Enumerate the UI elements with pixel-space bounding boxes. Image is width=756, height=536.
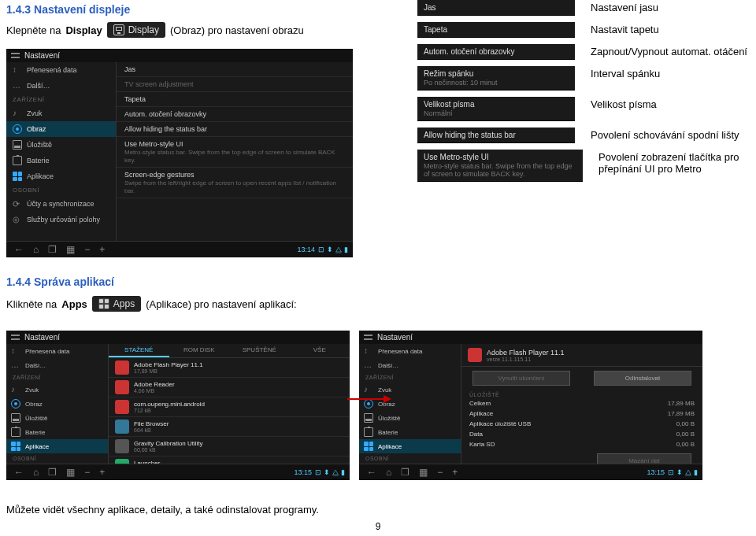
status-icons: ⊡⬍⧋▮	[318, 246, 348, 254]
sidebar-item-display[interactable]: Obraz	[6, 121, 116, 137]
setting-row[interactable]: TV screen adjustment	[117, 77, 353, 92]
vol-down-button[interactable]: −	[81, 243, 93, 256]
screenshot-button[interactable]: ▦	[63, 466, 78, 479]
sidebar-item-storage[interactable]: Úložiště	[359, 411, 461, 425]
sidebar-item-battery[interactable]: Baterie	[359, 425, 461, 439]
back-button[interactable]: ←	[11, 466, 27, 479]
vol-up-button[interactable]: +	[96, 243, 108, 256]
callout-label: Velikost písma	[591, 97, 657, 110]
recents-button[interactable]: ❐	[45, 243, 60, 256]
sidebar-item-storage[interactable]: Úložiště	[6, 411, 108, 425]
sidebar-item-sound[interactable]: Zvuk	[6, 383, 108, 397]
setting-row[interactable]: Jas	[117, 62, 353, 77]
apps-list-pane: STAŽENÉ ROM DISK SPUŠTĚNÉ VŠE Adobe Flas…	[109, 344, 350, 464]
sidebar-item-battery[interactable]: Baterie	[6, 153, 116, 168]
apps-instruction: Klikněte na Apps Apps (Aplikace) pro nas…	[6, 296, 297, 312]
callout-label: Nastavení jasu	[591, 0, 658, 13]
settings-sidebar: Přenesená data Další… ZAŘÍZENÍ Zvuk Obra…	[6, 62, 117, 241]
sidebar-item[interactable]: Další…	[6, 78, 116, 94]
setting-row[interactable]: Allow hiding the status bar	[117, 122, 353, 137]
display-icon	[11, 399, 20, 408]
sidebar-item-storage[interactable]: Úložiště	[6, 137, 116, 153]
app-icon	[468, 348, 482, 362]
display-settings-list: Jas TV screen adjustment Tapeta Autom. o…	[117, 62, 353, 241]
sidebar-item-apps[interactable]: Aplikace	[359, 439, 461, 453]
callout-snippet: Tapeta	[417, 22, 575, 38]
data-usage-icon	[364, 346, 373, 356]
sidebar-item-display[interactable]: Obraz	[6, 397, 108, 411]
sidebar-item[interactable]: Přenesená data	[359, 344, 461, 358]
sidebar-item-apps[interactable]: Aplikace	[6, 168, 116, 184]
home-button[interactable]: ⌂	[383, 466, 395, 479]
callouts-column: JasNastavení jasu TapetaNastavit tapetu …	[417, 0, 748, 188]
sidebar-item[interactable]: Přenesená data	[6, 62, 116, 78]
sidebar-item[interactable]: Další…	[359, 358, 461, 372]
instruct-bold: Apps	[61, 298, 87, 310]
back-button[interactable]: ←	[11, 243, 27, 256]
callout-label: Zapnout/Vypnout automat. otáčení	[591, 44, 747, 57]
sidebar-item-location[interactable]: Služby určování polohy	[6, 212, 116, 227]
back-button[interactable]: ←	[364, 466, 380, 479]
sidebar-item-apps[interactable]: Aplikace	[6, 439, 108, 453]
app-icon	[115, 360, 129, 375]
uninstall-button[interactable]: Odinstalovat	[594, 371, 691, 386]
app-row[interactable]: Gravity Calibration Utility60,00 kB	[109, 437, 350, 457]
wifi-icon: ⧋	[335, 246, 342, 254]
tab-downloaded[interactable]: STAŽENÉ	[109, 344, 169, 357]
storage-icon	[13, 140, 22, 150]
arrow-icon	[347, 394, 391, 401]
section-heading: 1.4.3 Nastavení displeje	[6, 3, 130, 16]
settings-icon	[11, 51, 20, 60]
instruct-bold: Display	[65, 24, 102, 36]
tab-romdisk[interactable]: ROM DISK	[169, 344, 230, 357]
footer-text: Můžete vidět všechny aplikace, detaily, …	[6, 504, 319, 516]
instruct-prefix: Klepněte na	[6, 24, 61, 36]
screenshot-button[interactable]: ▦	[63, 243, 78, 256]
recents-button[interactable]: ❐	[45, 466, 60, 479]
title-bar: Nastavení	[6, 49, 353, 62]
page-number: 9	[376, 521, 381, 532]
clear-data-button[interactable]: Mazání dat	[597, 453, 691, 464]
location-icon	[13, 215, 22, 224]
sidebar-item[interactable]: Přenesená data	[6, 344, 108, 358]
app-row[interactable]: Launcher1,56 MB	[109, 457, 350, 464]
callout-label: Nastavit tapetu	[591, 22, 659, 35]
callout-label: Povolení schovávání spodní lišty	[591, 128, 739, 141]
nav-bar: ←⌂❐▦−+ 13:15 ⊡⬍⧋▮	[6, 464, 350, 480]
setting-row[interactable]: Use Metro-style UIMetro-style status bar…	[117, 137, 353, 168]
settings-screenshot: Nastavení Přenesená data Další… ZAŘÍZENÍ…	[6, 49, 353, 257]
nav-bar: ← ⌂ ❐ ▦ − + 13:14 ⊡⬍⧋▮	[6, 241, 353, 257]
sidebar-item-sound[interactable]: Zvuk	[6, 105, 116, 121]
tab-all[interactable]: VŠE	[290, 344, 350, 357]
setting-row[interactable]: Tapeta	[117, 92, 353, 107]
settings-sidebar: Přenesená data Další… ZAŘÍZENÍ Zvuk Obra…	[359, 344, 461, 464]
setting-row[interactable]: Screen-edge gesturesSwipe from the left/…	[117, 168, 353, 198]
app-detail-header: Adobe Flash Player 11.1verze 11.1.115.11	[461, 344, 702, 367]
callout-snippet: Velikost písmaNormální	[417, 97, 575, 121]
data-usage-icon	[13, 65, 22, 75]
screenshot-button[interactable]: ▦	[416, 466, 431, 479]
app-icon	[115, 420, 129, 434]
app-icon	[115, 400, 129, 414]
sidebar-item-battery[interactable]: Baterie	[6, 425, 108, 439]
recents-button[interactable]: ❐	[398, 466, 413, 479]
settings-sidebar: Přenesená data Další… ZAŘÍZENÍ Zvuk Obra…	[6, 344, 109, 464]
setting-row[interactable]: Autom. otočení obrazovky	[117, 107, 353, 122]
sidebar-item-sync[interactable]: Účty a synchronizace	[6, 196, 116, 212]
title-bar: Nastavení	[6, 331, 350, 344]
apps-tabs: STAŽENÉ ROM DISK SPUŠTĚNÉ VŠE	[109, 344, 350, 358]
app-row[interactable]: File Browser664 kB	[109, 417, 350, 437]
sidebar-item[interactable]: Další…	[6, 358, 108, 372]
force-stop-button[interactable]: Vynutit ukončení	[472, 371, 570, 386]
storage-section-label: ÚLOŽIŠTĚ	[461, 390, 702, 398]
home-button[interactable]: ⌂	[30, 243, 42, 256]
apps-icon	[11, 442, 20, 451]
apps-list-screenshot: Nastavení Přenesená data Další… ZAŘÍZENÍ…	[6, 331, 350, 480]
app-row[interactable]: Adobe Reader4,66 MB	[109, 378, 350, 397]
app-row[interactable]: com.oupeng.mini.android712 kB	[109, 397, 350, 417]
app-row[interactable]: Adobe Flash Player 11.117,89 MB	[109, 358, 350, 378]
tab-running[interactable]: SPUŠTĚNÉ	[229, 344, 290, 357]
data-usage-icon	[11, 346, 20, 356]
display-icon	[113, 24, 124, 35]
home-button[interactable]: ⌂	[30, 466, 42, 479]
